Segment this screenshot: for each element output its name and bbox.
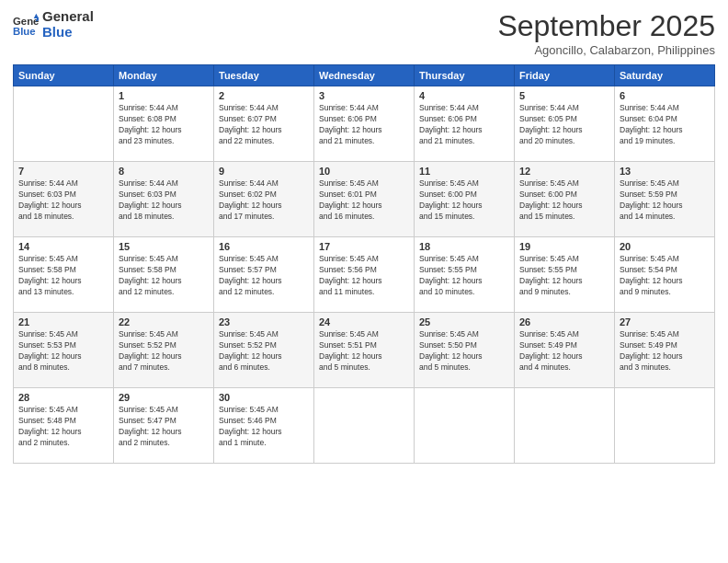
calendar-cell: 30Sunrise: 5:45 AM Sunset: 5:46 PM Dayli…	[214, 388, 314, 464]
cell-day-number: 11	[419, 166, 509, 177]
week-row-5: 28Sunrise: 5:45 AM Sunset: 5:48 PM Dayli…	[14, 388, 715, 464]
cell-day-number: 28	[18, 392, 108, 403]
calendar-cell: 3Sunrise: 5:44 AM Sunset: 6:06 PM Daylig…	[314, 86, 415, 162]
cell-day-number: 30	[219, 392, 309, 403]
logo: General Blue General Blue	[13, 9, 94, 40]
cell-info: Sunrise: 5:44 AM Sunset: 6:06 PM Dayligh…	[319, 103, 409, 147]
calendar-cell: 11Sunrise: 5:45 AM Sunset: 6:00 PM Dayli…	[415, 162, 515, 237]
calendar-cell: 24Sunrise: 5:45 AM Sunset: 5:51 PM Dayli…	[314, 313, 415, 388]
title-block: September 2025 Agoncillo, Calabarzon, Ph…	[497, 9, 715, 57]
calendar-cell: 13Sunrise: 5:45 AM Sunset: 5:59 PM Dayli…	[615, 162, 715, 237]
cell-day-number: 19	[519, 241, 609, 252]
calendar-cell: 29Sunrise: 5:45 AM Sunset: 5:47 PM Dayli…	[114, 388, 214, 464]
cell-day-number: 8	[119, 166, 209, 177]
calendar-cell	[615, 388, 715, 464]
cell-day-number: 20	[620, 241, 710, 252]
cell-info: Sunrise: 5:45 AM Sunset: 5:49 PM Dayligh…	[620, 329, 710, 373]
cell-day-number: 6	[620, 90, 710, 101]
calendar-cell: 7Sunrise: 5:44 AM Sunset: 6:03 PM Daylig…	[14, 162, 114, 237]
cell-day-number: 4	[419, 90, 509, 101]
calendar-cell: 4Sunrise: 5:44 AM Sunset: 6:06 PM Daylig…	[415, 86, 515, 162]
calendar-cell: 18Sunrise: 5:45 AM Sunset: 5:55 PM Dayli…	[415, 237, 515, 313]
cell-info: Sunrise: 5:45 AM Sunset: 5:47 PM Dayligh…	[119, 405, 209, 449]
cell-info: Sunrise: 5:45 AM Sunset: 5:51 PM Dayligh…	[319, 329, 409, 373]
cell-day-number: 15	[119, 241, 209, 252]
cell-day-number: 26	[519, 316, 609, 327]
calendar-cell: 12Sunrise: 5:45 AM Sunset: 6:00 PM Dayli…	[515, 162, 615, 237]
cell-info: Sunrise: 5:45 AM Sunset: 5:48 PM Dayligh…	[18, 405, 108, 449]
cell-day-number: 16	[219, 241, 309, 252]
cell-info: Sunrise: 5:44 AM Sunset: 6:02 PM Dayligh…	[219, 178, 309, 223]
cell-day-number: 9	[219, 166, 309, 177]
calendar-cell: 8Sunrise: 5:44 AM Sunset: 6:03 PM Daylig…	[114, 162, 214, 237]
calendar-cell: 16Sunrise: 5:45 AM Sunset: 5:57 PM Dayli…	[214, 237, 314, 313]
cell-info: Sunrise: 5:45 AM Sunset: 5:58 PM Dayligh…	[119, 254, 209, 298]
weekday-header-tuesday: Tuesday	[214, 65, 314, 86]
cell-info: Sunrise: 5:45 AM Sunset: 6:00 PM Dayligh…	[419, 178, 509, 223]
calendar-cell: 6Sunrise: 5:44 AM Sunset: 6:04 PM Daylig…	[615, 86, 715, 162]
calendar-table: SundayMondayTuesdayWednesdayThursdayFrid…	[13, 64, 715, 464]
cell-day-number: 25	[419, 316, 509, 327]
calendar-cell	[415, 388, 515, 464]
calendar-cell	[515, 388, 615, 464]
cell-info: Sunrise: 5:45 AM Sunset: 5:52 PM Dayligh…	[119, 329, 209, 373]
cell-info: Sunrise: 5:44 AM Sunset: 6:03 PM Dayligh…	[119, 178, 209, 223]
cell-day-number: 14	[18, 241, 108, 252]
weekday-header-friday: Friday	[515, 65, 615, 86]
cell-info: Sunrise: 5:45 AM Sunset: 5:56 PM Dayligh…	[319, 254, 409, 298]
page: General Blue General Blue September 2025…	[0, 0, 728, 563]
calendar-cell: 20Sunrise: 5:45 AM Sunset: 5:54 PM Dayli…	[615, 237, 715, 313]
cell-info: Sunrise: 5:45 AM Sunset: 5:57 PM Dayligh…	[219, 254, 309, 298]
weekday-header-thursday: Thursday	[415, 65, 515, 86]
cell-info: Sunrise: 5:45 AM Sunset: 5:58 PM Dayligh…	[18, 254, 108, 298]
cell-day-number: 10	[319, 166, 409, 177]
cell-info: Sunrise: 5:45 AM Sunset: 5:55 PM Dayligh…	[519, 254, 609, 298]
calendar-cell: 22Sunrise: 5:45 AM Sunset: 5:52 PM Dayli…	[114, 313, 214, 388]
logo-line1: General	[42, 9, 94, 25]
calendar-cell: 5Sunrise: 5:44 AM Sunset: 6:05 PM Daylig…	[515, 86, 615, 162]
calendar-cell: 15Sunrise: 5:45 AM Sunset: 5:58 PM Dayli…	[114, 237, 214, 313]
cell-day-number: 23	[219, 316, 309, 327]
week-row-2: 7Sunrise: 5:44 AM Sunset: 6:03 PM Daylig…	[14, 162, 715, 237]
weekday-header-sunday: Sunday	[14, 65, 114, 86]
cell-info: Sunrise: 5:44 AM Sunset: 6:04 PM Dayligh…	[620, 103, 710, 147]
cell-day-number: 22	[119, 316, 209, 327]
cell-info: Sunrise: 5:45 AM Sunset: 5:46 PM Dayligh…	[219, 405, 309, 449]
calendar-cell: 14Sunrise: 5:45 AM Sunset: 5:58 PM Dayli…	[14, 237, 114, 313]
weekday-header-row: SundayMondayTuesdayWednesdayThursdayFrid…	[14, 65, 715, 86]
week-row-4: 21Sunrise: 5:45 AM Sunset: 5:53 PM Dayli…	[14, 313, 715, 388]
week-row-3: 14Sunrise: 5:45 AM Sunset: 5:58 PM Dayli…	[14, 237, 715, 313]
cell-info: Sunrise: 5:45 AM Sunset: 5:50 PM Dayligh…	[419, 329, 509, 373]
calendar-cell: 2Sunrise: 5:44 AM Sunset: 6:07 PM Daylig…	[214, 86, 314, 162]
cell-day-number: 18	[419, 241, 509, 252]
calendar-cell: 21Sunrise: 5:45 AM Sunset: 5:53 PM Dayli…	[14, 313, 114, 388]
cell-day-number: 5	[519, 90, 609, 101]
calendar-cell: 27Sunrise: 5:45 AM Sunset: 5:49 PM Dayli…	[615, 313, 715, 388]
cell-info: Sunrise: 5:45 AM Sunset: 5:54 PM Dayligh…	[620, 254, 710, 298]
cell-day-number: 1	[119, 90, 209, 101]
cell-info: Sunrise: 5:45 AM Sunset: 5:53 PM Dayligh…	[18, 329, 108, 373]
calendar-cell: 19Sunrise: 5:45 AM Sunset: 5:55 PM Dayli…	[515, 237, 615, 313]
cell-day-number: 27	[620, 316, 710, 327]
calendar-cell: 28Sunrise: 5:45 AM Sunset: 5:48 PM Dayli…	[14, 388, 114, 464]
svg-text:Blue: Blue	[13, 25, 36, 36]
cell-day-number: 24	[319, 316, 409, 327]
cell-day-number: 7	[18, 166, 108, 177]
cell-info: Sunrise: 5:44 AM Sunset: 6:08 PM Dayligh…	[119, 103, 209, 147]
calendar-cell	[314, 388, 415, 464]
cell-info: Sunrise: 5:45 AM Sunset: 5:55 PM Dayligh…	[419, 254, 509, 298]
cell-day-number: 17	[319, 241, 409, 252]
cell-info: Sunrise: 5:45 AM Sunset: 5:49 PM Dayligh…	[519, 329, 609, 373]
cell-info: Sunrise: 5:44 AM Sunset: 6:03 PM Dayligh…	[18, 178, 108, 223]
calendar-cell: 9Sunrise: 5:44 AM Sunset: 6:02 PM Daylig…	[214, 162, 314, 237]
cell-day-number: 13	[620, 166, 710, 177]
header: General Blue General Blue September 2025…	[13, 9, 715, 57]
cell-day-number: 2	[219, 90, 309, 101]
calendar-cell: 26Sunrise: 5:45 AM Sunset: 5:49 PM Dayli…	[515, 313, 615, 388]
cell-info: Sunrise: 5:44 AM Sunset: 6:07 PM Dayligh…	[219, 103, 309, 147]
calendar-cell: 10Sunrise: 5:45 AM Sunset: 6:01 PM Dayli…	[314, 162, 415, 237]
calendar-cell: 1Sunrise: 5:44 AM Sunset: 6:08 PM Daylig…	[114, 86, 214, 162]
cell-info: Sunrise: 5:45 AM Sunset: 6:00 PM Dayligh…	[519, 178, 609, 223]
cell-day-number: 12	[519, 166, 609, 177]
cell-info: Sunrise: 5:45 AM Sunset: 6:01 PM Dayligh…	[319, 178, 409, 223]
